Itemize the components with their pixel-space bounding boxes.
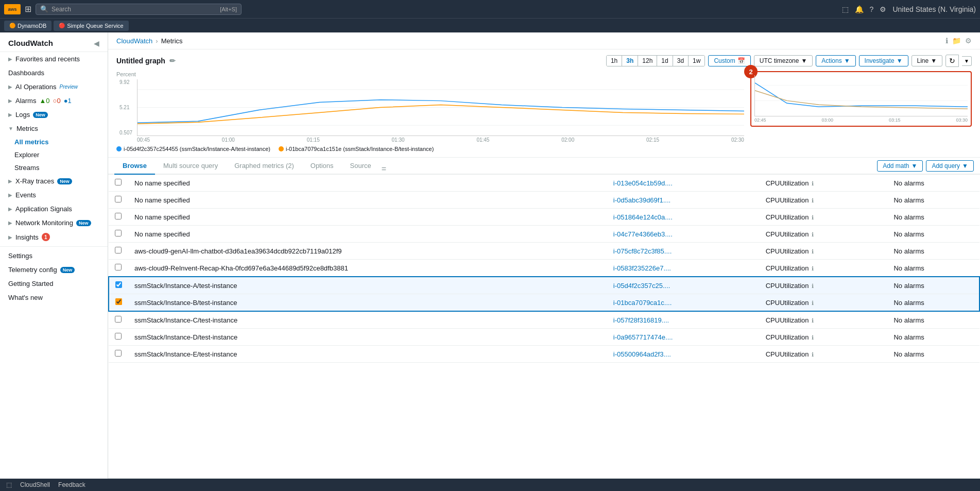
sidebar-item-telemetry[interactable]: Telemetry config New [0,263,108,277]
sidebar-item-alarms[interactable]: ▶ Alarms ▲0 ○0 ●1 [0,94,108,108]
row-checkbox[interactable] [115,213,122,219]
row-checkbox[interactable] [115,196,122,202]
folder-icon[interactable]: 📁 [952,37,961,45]
time-btn-3d[interactable]: 3d [673,56,689,66]
region-selector[interactable]: United States (N. Virginia) [892,5,976,13]
settings-gear-icon[interactable]: ⚙ [965,37,972,45]
line-button[interactable]: Line ▼ [912,55,943,66]
metric-info-icon[interactable]: ℹ [812,214,814,221]
table-row[interactable]: No name specifiedi-04c77e4366eb3....CPUU… [109,226,979,243]
row-instance[interactable]: i-0a9657717474e.... [607,329,760,346]
tab-options[interactable]: Options [302,158,342,175]
time-btn-1w[interactable]: 1w [689,56,704,66]
add-query-button[interactable]: Add query ▼ [926,160,974,172]
metric-info-icon[interactable]: ℹ [812,180,814,187]
sidebar-item-favorites[interactable]: ▶ Favorites and recents [0,52,108,66]
tab-source[interactable]: Source [342,158,380,175]
tab-graphed-metrics[interactable]: Graphed metrics (2) [226,158,302,175]
row-checkbox[interactable] [115,264,122,270]
time-btn-1d[interactable]: 1d [657,56,673,66]
row-instance[interactable]: i-0d5abc39d69f1.... [607,192,760,209]
table-row[interactable]: ssmStack/Instance-C/test-instancei-057f2… [109,311,979,329]
row-instance[interactable]: i-013e054c1b59d.... [607,175,760,192]
metric-info-icon[interactable]: ℹ [812,265,814,272]
sidebar-item-ai-operations[interactable]: ▶ AI Operations Preview [0,80,108,94]
table-row[interactable]: No name specifiedi-051864e124c0a....CPUU… [109,209,979,226]
refresh-split-button[interactable]: ▼ [962,56,972,66]
aws-logo[interactable]: aws [4,4,21,14]
table-row[interactable]: No name specifiedi-013e054c1b59d....CPUU… [109,175,979,192]
sidebar-item-getting-started[interactable]: Getting Started [0,277,108,291]
sidebar-item-settings[interactable]: Settings [0,249,108,263]
metric-info-icon[interactable]: ℹ [812,231,814,238]
edit-icon[interactable]: ✏ [169,57,176,65]
refresh-button[interactable]: ↻ [945,55,959,67]
cloud-icon[interactable]: ⬚ [842,5,849,13]
table-row[interactable]: No name specifiedi-0d5abc39d69f1....CPUU… [109,192,979,209]
row-instance[interactable]: i-0583f235226e7.... [607,260,760,277]
custom-button[interactable]: Custom 📅 [708,55,750,66]
sidebar-item-whats-new[interactable]: What's new [0,291,108,304]
breadcrumb-link[interactable]: CloudWatch [116,37,152,45]
row-instance[interactable]: i-05d4f2c357c25.... [607,277,760,294]
metric-info-icon[interactable]: ℹ [812,248,814,255]
grid-icon[interactable]: ⊞ [25,4,31,14]
cloudshell-label[interactable]: CloudShell [20,481,50,488]
metric-info-icon[interactable]: ℹ [812,317,814,324]
row-checkbox[interactable] [115,316,122,323]
sidebar-item-xray[interactable]: ▶ X-Ray traces New [0,174,108,188]
add-math-button[interactable]: Add math ▼ [877,160,923,172]
feedback-label[interactable]: Feedback [58,481,85,488]
search-input[interactable] [51,6,217,13]
row-checkbox[interactable] [115,281,122,288]
row-instance[interactable]: i-01bca7079ca1c.... [607,294,760,312]
sidebar-item-dashboards[interactable]: Dashboards [0,66,108,80]
row-checkbox[interactable] [115,247,122,253]
sidebar-item-network-monitoring[interactable]: ▶ Network Monitoring New [0,216,108,230]
row-instance[interactable]: i-057f28f316819.... [607,311,760,329]
row-checkbox[interactable] [115,179,122,185]
tab-multi-source[interactable]: Multi source query [155,158,226,175]
row-instance[interactable]: i-04c77e4366eb3.... [607,226,760,243]
actions-button[interactable]: Actions ▼ [816,55,855,66]
sidebar-collapse-button[interactable]: ◀ [94,39,99,47]
sidebar-item-logs[interactable]: ▶ Logs New [0,108,108,122]
row-checkbox[interactable] [115,333,122,340]
settings-icon[interactable]: ⚙ [880,5,886,13]
help-icon[interactable]: ? [870,5,874,13]
service-tab-dynamodb[interactable]: 🟠 DynamoDB [4,21,51,31]
row-checkbox[interactable] [115,230,122,236]
tab-browse[interactable]: Browse [114,158,155,175]
table-row[interactable]: ssmStack/Instance-E/test-instancei-05500… [109,346,979,363]
metric-info-icon[interactable]: ℹ [812,351,814,358]
table-row[interactable]: ssmStack/Instance-B/test-instancei-01bca… [109,294,979,312]
info-icon[interactable]: ℹ [945,37,948,45]
timezone-button[interactable]: UTC timezone ▼ [754,55,813,66]
row-instance[interactable]: i-051864e124c0a.... [607,209,760,226]
metric-info-icon[interactable]: ℹ [812,197,814,204]
sidebar-item-events[interactable]: ▶ Events [0,188,108,202]
row-instance[interactable]: i-075cf8c72c3f85.... [607,243,760,260]
time-btn-1h[interactable]: 1h [607,56,622,66]
table-row[interactable]: aws-cloud9-ReInvent-Recap-Kha-0fcd697e6a… [109,260,979,277]
sidebar-item-insights[interactable]: ▶ Insights 1 [0,230,108,244]
row-instance[interactable]: i-05500964ad2f3.... [607,346,760,363]
sidebar-item-explorer[interactable]: Explorer [0,148,108,161]
metric-info-icon[interactable]: ℹ [812,300,814,306]
sidebar-item-metrics[interactable]: ▼ Metrics [0,122,108,136]
table-row[interactable]: ssmStack/Instance-A/test-instancei-05d4f… [109,277,979,294]
service-tab-sqs[interactable]: 🔴 Simple Queue Service [54,21,128,31]
row-checkbox[interactable] [115,350,122,357]
table-row[interactable]: aws-cloud9-genAI-llm-chatbot-d3d6a1ea396… [109,243,979,260]
table-row[interactable]: ssmStack/Instance-D/test-instancei-0a965… [109,329,979,346]
bell-icon[interactable]: 🔔 [855,5,864,13]
sidebar-item-streams[interactable]: Streams [0,161,108,174]
investigate-button[interactable]: Investigate ▼ [859,55,908,66]
metric-info-icon[interactable]: ℹ [812,283,814,289]
sidebar-item-app-signals[interactable]: ▶ Application Signals [0,202,108,216]
row-checkbox[interactable] [115,298,122,305]
time-btn-12h[interactable]: 12h [638,56,657,66]
time-btn-3h[interactable]: 3h [622,56,638,66]
search-bar[interactable]: 🔍 [Alt+S] [36,4,242,15]
metric-info-icon[interactable]: ℹ [812,334,814,341]
